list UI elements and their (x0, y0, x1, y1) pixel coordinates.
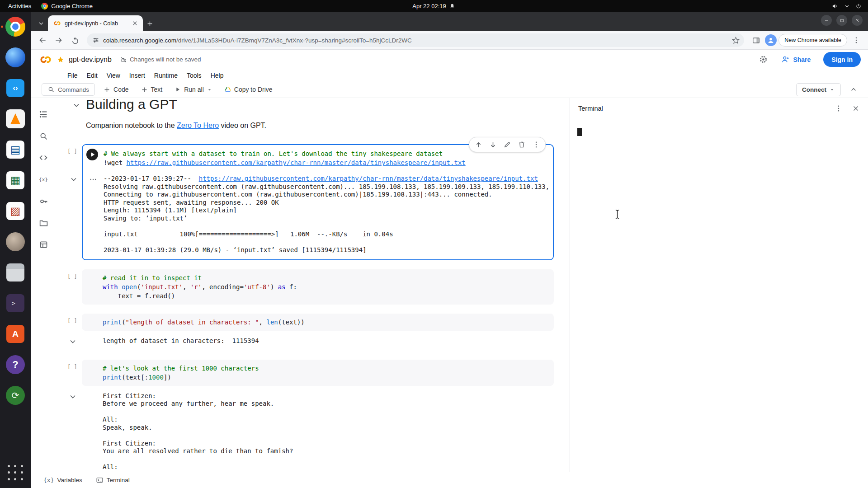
run-cell-button[interactable] (86, 149, 98, 160)
new-tab-button[interactable] (143, 16, 156, 31)
maximize-button[interactable] (836, 15, 847, 26)
dock-item-vscode[interactable] (5, 77, 26, 99)
rail-table-of-contents-button[interactable] (36, 108, 51, 121)
forward-button[interactable] (52, 33, 66, 47)
site-settings-icon[interactable] (92, 37, 99, 44)
notebook-scroll-area[interactable]: Building a GPT Companion notebook to the… (56, 98, 570, 472)
reload-button[interactable] (68, 33, 82, 47)
terminal-close-button[interactable] (852, 104, 860, 113)
back-button[interactable] (35, 33, 50, 47)
menu-file[interactable]: File (63, 70, 82, 80)
output-menu-button[interactable] (89, 175, 97, 183)
move-down-button[interactable] (486, 138, 500, 151)
connect-button[interactable]: Connect (796, 83, 841, 96)
run-all-button[interactable]: Run all (170, 83, 216, 96)
code-editor[interactable]: # let's look at the first 1000 character… (82, 360, 554, 386)
menu-runtime[interactable]: Runtime (150, 70, 182, 80)
rail-code-snippets-button[interactable] (36, 151, 51, 164)
browser-menu-icon[interactable] (849, 33, 863, 47)
dock-item-firefox[interactable] (5, 47, 26, 68)
show-applications-button[interactable] (5, 462, 26, 483)
execution-count[interactable]: [ ] (67, 364, 77, 370)
terminal-more-button[interactable] (835, 104, 843, 113)
rail-find-replace-button[interactable] (36, 130, 51, 142)
variables-panel-button[interactable]: {x} Variables (39, 475, 87, 485)
tab-search-button[interactable] (34, 16, 48, 31)
commands-button[interactable]: Commands (42, 83, 95, 96)
tab-close-icon[interactable] (132, 20, 138, 27)
section-collapse-icon[interactable] (72, 101, 81, 110)
more-vert-button[interactable] (529, 138, 543, 151)
notebook-star-icon[interactable] (57, 56, 64, 63)
dock-item-ubuntu-software[interactable] (5, 323, 26, 345)
dock-item-libreoffice-writer[interactable] (5, 139, 26, 160)
minimize-button[interactable] (821, 15, 832, 26)
terminal-panel-button[interactable]: Terminal (91, 474, 134, 486)
output-collapse-button[interactable] (68, 392, 77, 401)
colab-logo[interactable] (38, 54, 53, 66)
dock-item-libreoffice-calc[interactable] (5, 169, 26, 191)
dock-item-help[interactable] (5, 354, 26, 375)
rail-data-table-button[interactable] (36, 238, 51, 251)
profile-avatar[interactable] (765, 34, 777, 46)
menu-tools[interactable]: Tools (183, 70, 206, 80)
execution-count[interactable]: [ ] (67, 273, 77, 280)
clock-menu[interactable]: Apr 22 02:19 (412, 0, 455, 12)
save-status[interactable]: Changes will not be saved (120, 56, 201, 63)
bookmark-star-icon[interactable] (732, 37, 740, 44)
rail-files-button[interactable] (36, 216, 51, 229)
cell-row: [ ]print("length of dataset in character… (56, 314, 570, 351)
output-collapse-button[interactable] (69, 175, 78, 184)
execution-count[interactable]: [ ] (67, 148, 77, 155)
collapse-header-button[interactable] (845, 81, 862, 98)
dock-item-gimp[interactable] (5, 231, 26, 253)
code-cell[interactable]: # let's look at the first 1000 character… (82, 360, 554, 386)
add-code-button[interactable]: Code (99, 83, 132, 96)
cell-output: --2023-01-17 01:39:27-- https://raw.gith… (83, 171, 553, 259)
terminal-body[interactable] (570, 119, 868, 472)
menu-help[interactable]: Help (207, 70, 228, 80)
side-panel-icon[interactable] (749, 33, 763, 47)
dock-item-libreoffice-impress[interactable] (5, 200, 26, 222)
dock-item-terminal[interactable] (5, 292, 26, 314)
chrome-update-chip[interactable]: New Chrome available (778, 34, 847, 47)
menu-insert[interactable]: Insert (125, 70, 149, 80)
output-link[interactable]: https://raw.githubusercontent.com/karpat… (199, 175, 538, 182)
menu-edit[interactable]: Edit (83, 70, 102, 80)
code-editor[interactable]: # read it in to inspect itwith open('inp… (82, 269, 554, 305)
output-line: First Citizen: (103, 440, 548, 448)
rail-secrets-button[interactable] (36, 195, 51, 207)
address-bar[interactable]: colab.research.google.com/drive/1JMLa53H… (87, 33, 744, 47)
menu-view[interactable]: View (103, 70, 124, 80)
add-code-label: Code (113, 86, 128, 93)
share-button[interactable]: Share (775, 52, 817, 68)
code-cell[interactable]: # We always start with a dataset to trai… (82, 144, 554, 260)
code-cell[interactable]: print("length of dataset in characters: … (82, 314, 554, 331)
execution-count[interactable]: [ ] (67, 318, 77, 324)
code-cell[interactable]: # read it in to inspect itwith open('inp… (82, 269, 554, 305)
notebook-title[interactable]: gpt-dev.ipynb (69, 56, 112, 64)
delete-button[interactable] (515, 138, 528, 151)
sign-in-button[interactable]: Sign in (823, 52, 861, 67)
move-up-button[interactable] (472, 138, 485, 151)
dock-item-software-updater[interactable] (5, 385, 26, 406)
dock-item-chrome[interactable] (5, 16, 26, 38)
edit-button[interactable] (500, 138, 514, 151)
focused-app-menu[interactable]: Google Chrome (41, 3, 93, 9)
browser-tab[interactable]: gpt-dev.ipynb - Colab (48, 15, 143, 31)
code-link[interactable]: https://raw.githubusercontent.com/karpat… (127, 159, 466, 166)
dock-item-vlc[interactable] (5, 108, 26, 130)
code-line: print(text[:1000]) (103, 373, 548, 382)
dock-item-files[interactable] (5, 262, 26, 283)
system-status-area[interactable] (832, 0, 868, 12)
activities-button[interactable]: Activities (6, 2, 33, 10)
add-text-button[interactable]: Text (137, 83, 166, 96)
output-collapse-button[interactable] (68, 337, 77, 346)
settings-gear-button[interactable] (755, 52, 771, 68)
close-window-button[interactable] (852, 15, 863, 26)
code-line: text = f.read() (103, 291, 548, 300)
zero-to-hero-link[interactable]: Zero To Hero (177, 122, 219, 129)
code-editor[interactable]: print("length of dataset in characters: … (82, 314, 554, 331)
rail-variable-inspector-button[interactable]: {x} (36, 173, 51, 186)
copy-to-drive-button[interactable]: Copy to Drive (221, 83, 276, 96)
